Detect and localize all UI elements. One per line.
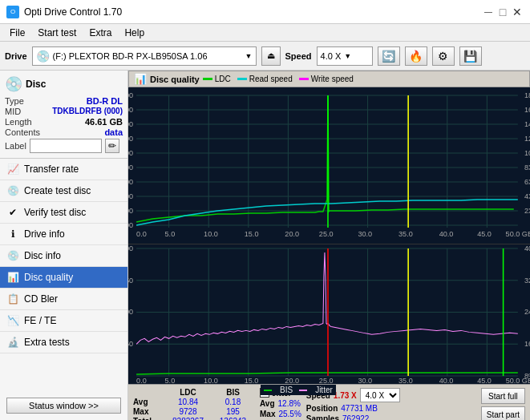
svg-text:30.0: 30.0 — [358, 230, 372, 238]
legend-write-speed-label: Write speed — [311, 75, 354, 83]
svg-text:0.0: 0.0 — [136, 230, 147, 238]
sidebar-item-transfer-rate[interactable]: 📈 Transfer rate — [0, 159, 127, 180]
close-button[interactable]: ✕ — [511, 6, 524, 18]
nav-label-disc-info: Disc info — [24, 250, 61, 261]
menu-start-test[interactable]: Start test — [31, 26, 83, 40]
svg-text:0.0: 0.0 — [136, 377, 147, 384]
settings-button[interactable]: ⚙ — [432, 46, 455, 66]
svg-rect-0 — [128, 87, 530, 244]
legend-ldc: LDC — [203, 75, 231, 83]
speed-value: 4.0 X — [321, 51, 342, 61]
chart-title: Disc quality — [150, 75, 200, 84]
svg-text:7000: 7000 — [128, 135, 133, 143]
chart-legend: LDC Read speed Write speed — [203, 75, 354, 83]
samples-label: Samples — [306, 414, 339, 420]
disc-title: Disc — [26, 79, 46, 90]
speed-select-stats[interactable]: 4.0 X — [360, 388, 400, 402]
disc-info-icon: 💿 — [6, 249, 19, 262]
menu-file[interactable]: File — [3, 26, 31, 40]
eject-icon: ⏏ — [267, 50, 275, 61]
svg-text:50: 50 — [128, 340, 133, 348]
samples-row: Samples 762922 — [306, 414, 400, 420]
legend-write-speed-color — [299, 78, 309, 80]
stats-total-ldc: 8282267 — [166, 417, 210, 420]
sidebar-item-drive-info[interactable]: ℹ Drive info — [0, 224, 127, 245]
sidebar: 💿 Disc Type BD-R DL MID TDKBLDRFB (000) … — [0, 71, 128, 420]
nav-label-verify-test: Verify test disc — [24, 207, 86, 218]
svg-text:25.0: 25.0 — [319, 377, 334, 384]
burn-button[interactable]: 🔥 — [405, 46, 427, 66]
disc-mid-row: MID TDKBLDRFB (000) — [5, 107, 123, 116]
svg-text:35.0: 35.0 — [399, 377, 413, 384]
svg-text:30.0: 30.0 — [358, 377, 372, 384]
nav-label-disc-quality: Disc quality — [24, 272, 73, 283]
svg-text:10000: 10000 — [128, 91, 133, 99]
disc-mid-val: TDKBLDRFB (000) — [52, 107, 123, 116]
start-full-button[interactable]: Start full — [481, 388, 525, 404]
sidebar-item-fe-te[interactable]: 📉 FE / TE — [0, 310, 127, 332]
bis-legend-dot — [264, 390, 272, 391]
svg-text:45.0: 45.0 — [477, 230, 492, 238]
status-window-button[interactable]: Status window >> — [6, 398, 121, 414]
sidebar-item-extra-tests[interactable]: 🔬 Extra tests — [0, 332, 127, 353]
cd-bler-icon: 📋 — [6, 293, 19, 305]
sidebar-item-disc-quality[interactable]: 📊 Disc quality — [0, 267, 127, 289]
jitter-legend-dot — [299, 390, 307, 391]
speed-val: 1.73 X — [334, 391, 357, 400]
create-test-icon: 💿 — [6, 184, 19, 197]
settings-icon: ⚙ — [438, 50, 448, 63]
disc-type-key: Type — [5, 96, 24, 106]
svg-text:20.0: 20.0 — [285, 377, 299, 384]
position-label: Position — [306, 404, 338, 413]
stats-max-ldc: 9728 — [166, 407, 210, 416]
pencil-icon: ✏ — [108, 140, 116, 151]
svg-text:10.0: 10.0 — [204, 377, 218, 384]
drive-name: (F:) PLEXTOR BD-R PX-LB950SA 1.06 — [53, 51, 242, 61]
svg-text:8000: 8000 — [128, 120, 133, 128]
disc-type-row: Type BD-R DL — [5, 96, 123, 106]
menu-extra[interactable]: Extra — [83, 26, 118, 40]
jitter-legend-label: Jitter — [315, 386, 333, 394]
drive-select[interactable]: 💿 (F:) PLEXTOR BD-R PX-LB950SA 1.06 ▼ — [32, 46, 257, 66]
titlebar-left: O Opti Drive Control 1.70 — [6, 6, 122, 18]
svg-text:2X: 2X — [524, 207, 530, 215]
svg-text:1000: 1000 — [128, 221, 133, 229]
svg-text:200: 200 — [128, 244, 133, 252]
eject-button[interactable]: ⏏ — [261, 46, 281, 66]
disc-label-input[interactable] — [30, 139, 102, 153]
svg-text:10.0: 10.0 — [204, 230, 218, 238]
disc-type-val: BD-R DL — [87, 96, 123, 106]
svg-text:4X: 4X — [524, 192, 530, 200]
speed-select[interactable]: 4.0 X ▼ — [317, 46, 373, 66]
svg-text:3000: 3000 — [128, 192, 133, 200]
transfer-rate-icon: 📈 — [6, 163, 19, 176]
stats-avg-label: Avg — [133, 398, 165, 406]
sidebar-item-create-test[interactable]: 💿 Create test disc — [0, 180, 127, 202]
sidebar-item-verify-test[interactable]: ✔ Verify test disc — [0, 202, 127, 224]
nav-items: 📈 Transfer rate 💿 Create test disc ✔ Ver… — [0, 159, 127, 391]
save-button[interactable]: 💾 — [459, 46, 482, 66]
svg-text:24%: 24% — [524, 309, 530, 317]
sidebar-item-cd-bler[interactable]: 📋 CD Bler — [0, 289, 127, 310]
legend-write-speed: Write speed — [299, 75, 354, 83]
refresh-button[interactable]: 🔄 — [378, 46, 400, 66]
svg-text:10X: 10X — [524, 149, 530, 157]
menu-help[interactable]: Help — [118, 26, 151, 40]
stats-ldc-header: LDC — [166, 388, 210, 397]
svg-text:14X: 14X — [524, 120, 530, 128]
jitter-max-val: 25.5% — [278, 410, 301, 418]
svg-text:5.0: 5.0 — [165, 377, 176, 384]
sidebar-item-disc-info[interactable]: 💿 Disc info — [0, 245, 127, 267]
start-part-button[interactable]: Start part — [481, 406, 525, 420]
stats-table-block: LDC BIS Avg 10.84 0.18 Max 9728 195 Tota… — [133, 388, 255, 420]
disc-header: 💿 Disc — [5, 75, 123, 93]
minimize-button[interactable]: ─ — [482, 6, 495, 18]
svg-text:45.0: 45.0 — [477, 377, 492, 384]
disc-label-button[interactable]: ✏ — [105, 139, 119, 153]
stats-total-bis: 136243 — [211, 417, 255, 420]
disc-length-val: 46.61 GB — [85, 117, 123, 127]
status-button-container: Status window >> — [0, 391, 127, 420]
maximize-button[interactable]: □ — [496, 6, 509, 18]
stats-table: LDC BIS Avg 10.84 0.18 Max 9728 195 Tota… — [133, 388, 255, 420]
stats-total-label: Total — [133, 417, 165, 420]
